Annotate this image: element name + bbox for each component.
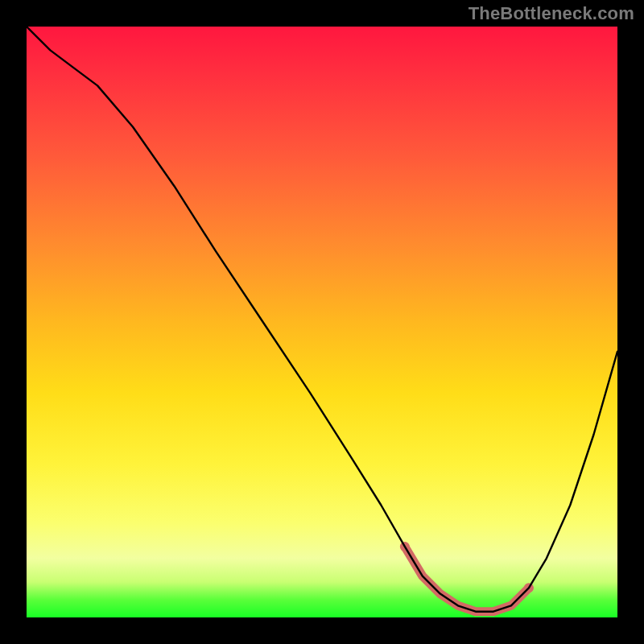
chart-container: TheBottleneck.com (0, 0, 644, 644)
curve-svg (27, 27, 617, 617)
valley-highlight (405, 547, 529, 612)
attribution-text: TheBottleneck.com (469, 3, 634, 24)
bottleneck-curve (27, 27, 617, 612)
plot-area (27, 27, 617, 617)
